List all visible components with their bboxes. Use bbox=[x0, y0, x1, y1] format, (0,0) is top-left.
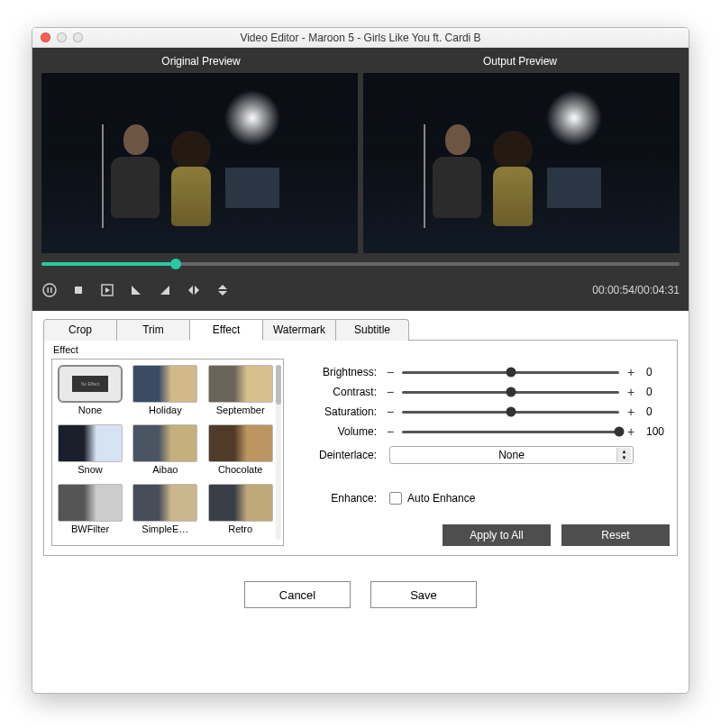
slider-track[interactable] bbox=[402, 391, 619, 394]
rotate-left-icon[interactable] bbox=[128, 282, 144, 298]
svg-marker-7 bbox=[160, 286, 169, 295]
slider-label: Saturation: bbox=[307, 405, 384, 418]
effect-retro[interactable]: Retro bbox=[208, 484, 273, 540]
effects-scrollbar[interactable] bbox=[276, 365, 281, 540]
original-preview bbox=[41, 73, 358, 253]
next-frame-icon[interactable] bbox=[99, 282, 115, 298]
effect-simplee[interactable]: SimpleE… bbox=[132, 484, 197, 540]
output-preview bbox=[363, 73, 680, 253]
effect-name: None bbox=[58, 403, 123, 415]
reset-button[interactable]: Reset bbox=[561, 524, 670, 546]
slider-track[interactable] bbox=[402, 431, 619, 433]
effect-name: SimpleE… bbox=[132, 522, 197, 534]
effect-name: Snow bbox=[58, 462, 123, 475]
slider-increase[interactable]: + bbox=[625, 366, 637, 378]
effect-name: Chocolate bbox=[208, 462, 273, 475]
effect-aibao[interactable]: Aibao bbox=[132, 424, 197, 480]
effect-panel: Effect No EffectNoneHolidaySeptemberSnow… bbox=[43, 340, 678, 556]
effect-none[interactable]: No EffectNone bbox=[58, 365, 123, 421]
stop-icon[interactable] bbox=[70, 282, 87, 298]
timecode: 00:00:54/00:04:31 bbox=[592, 284, 680, 296]
slider-value: 0 bbox=[637, 405, 670, 418]
slider-decrease[interactable]: − bbox=[384, 405, 397, 418]
output-preview-label: Output Preview bbox=[360, 53, 680, 73]
apply-to-all-button[interactable]: Apply to All bbox=[443, 524, 551, 546]
rotate-right-icon[interactable] bbox=[157, 282, 173, 298]
slider-value: 0 bbox=[637, 386, 670, 398]
slider-value: 0 bbox=[637, 366, 670, 378]
effect-panel-title: Effect bbox=[51, 342, 670, 359]
slider-increase[interactable]: + bbox=[625, 405, 637, 418]
effect-chocolate[interactable]: Chocolate bbox=[208, 424, 273, 480]
svg-marker-6 bbox=[132, 286, 141, 295]
auto-enhance-label: Auto Enhance bbox=[407, 492, 475, 505]
tab-subtitle[interactable]: Subtitle bbox=[335, 319, 409, 341]
effect-name: Retro bbox=[208, 522, 273, 534]
effect-holiday[interactable]: Holiday bbox=[132, 365, 197, 421]
deinterlace-label: Deinterlace: bbox=[307, 449, 384, 461]
effect-bwfilter[interactable]: BWFilter bbox=[58, 484, 123, 540]
editor-panel: CropTrimEffectWatermarkSubtitle Effect N… bbox=[32, 311, 689, 621]
slider-decrease[interactable]: − bbox=[384, 366, 397, 378]
svg-marker-11 bbox=[218, 291, 227, 296]
slider-label: Brightness: bbox=[307, 366, 384, 378]
chevron-updown-icon: ▲▼ bbox=[616, 448, 631, 462]
cancel-button[interactable]: Cancel bbox=[244, 581, 351, 608]
svg-marker-8 bbox=[188, 286, 193, 295]
pause-icon[interactable] bbox=[41, 282, 58, 298]
slider-increase[interactable]: + bbox=[625, 425, 637, 438]
enhance-label: Enhance: bbox=[307, 492, 384, 505]
slider-thumb[interactable] bbox=[506, 387, 516, 397]
effect-september[interactable]: September bbox=[208, 365, 273, 421]
svg-marker-9 bbox=[195, 286, 199, 295]
effect-name: Aibao bbox=[132, 462, 197, 475]
tab-watermark[interactable]: Watermark bbox=[262, 319, 336, 341]
svg-marker-5 bbox=[105, 287, 110, 293]
save-button[interactable]: Save bbox=[370, 581, 477, 608]
tab-crop[interactable]: Crop bbox=[43, 319, 117, 341]
effect-name: September bbox=[208, 403, 273, 415]
effect-snow[interactable]: Snow bbox=[58, 424, 123, 480]
auto-enhance-checkbox[interactable] bbox=[389, 492, 402, 505]
titlebar: Video Editor - Maroon 5 - Girls Like You… bbox=[32, 28, 689, 48]
slider-track[interactable] bbox=[402, 411, 619, 414]
sliders-panel: Brightness:−+0Contrast:−+0Saturation:−+0… bbox=[307, 359, 670, 546]
slider-track[interactable] bbox=[402, 371, 619, 374]
flip-vertical-icon[interactable] bbox=[214, 282, 231, 298]
slider-decrease[interactable]: − bbox=[384, 386, 397, 398]
slider-thumb[interactable] bbox=[506, 368, 516, 378]
slider-label: Volume: bbox=[307, 425, 384, 438]
original-preview-label: Original Preview bbox=[41, 53, 360, 73]
effects-list: No EffectNoneHolidaySeptemberSnowAibaoCh… bbox=[51, 359, 284, 546]
seek-bar[interactable] bbox=[41, 262, 680, 266]
effect-name: Holiday bbox=[132, 403, 197, 415]
preview-area: Original Preview Output Preview bbox=[32, 48, 689, 311]
deinterlace-select[interactable]: None ▲▼ bbox=[389, 446, 634, 464]
slider-decrease[interactable]: − bbox=[384, 425, 397, 438]
svg-rect-3 bbox=[75, 287, 82, 294]
slider-value: 100 bbox=[637, 425, 670, 438]
slider-label: Contrast: bbox=[307, 386, 384, 398]
svg-point-0 bbox=[43, 284, 56, 296]
slider-thumb[interactable] bbox=[506, 407, 516, 417]
slider-thumb[interactable] bbox=[615, 427, 625, 437]
seek-thumb[interactable] bbox=[170, 259, 181, 269]
tab-effect[interactable]: Effect bbox=[189, 319, 263, 341]
flip-horizontal-icon[interactable] bbox=[186, 282, 202, 298]
effect-name: BWFilter bbox=[58, 522, 123, 534]
slider-increase[interactable]: + bbox=[625, 386, 637, 398]
svg-marker-10 bbox=[218, 285, 227, 289]
window: Video Editor - Maroon 5 - Girls Like You… bbox=[32, 27, 689, 694]
tab-trim[interactable]: Trim bbox=[116, 319, 190, 341]
window-title: Video Editor - Maroon 5 - Girls Like You… bbox=[32, 32, 689, 44]
